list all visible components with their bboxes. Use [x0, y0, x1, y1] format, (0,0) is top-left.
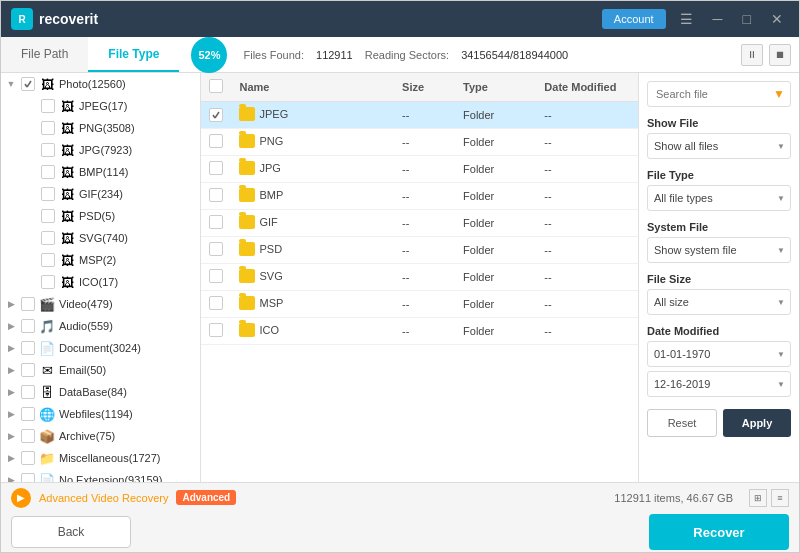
- checkbox-document[interactable]: [21, 341, 35, 355]
- pause-button[interactable]: ⏸: [741, 44, 763, 66]
- row-checkbox[interactable]: [209, 296, 223, 310]
- maximize-button[interactable]: □: [737, 9, 757, 29]
- table-row[interactable]: ICO -- Folder --: [201, 318, 638, 345]
- tree-item-msp[interactable]: 🖼 MSP(2): [1, 249, 200, 271]
- row-checkbox[interactable]: [209, 269, 223, 283]
- tree-item-jpeg[interactable]: 🖼 JPEG(17): [1, 95, 200, 117]
- table-row[interactable]: BMP -- Folder --: [201, 183, 638, 210]
- account-button[interactable]: Account: [602, 9, 666, 29]
- checkbox-no-extension[interactable]: [21, 473, 35, 482]
- file-type-label: File Type: [647, 169, 791, 181]
- tree-item-psd[interactable]: 🖼 PSD(5): [1, 205, 200, 227]
- stop-button[interactable]: ⏹: [769, 44, 791, 66]
- system-file-select[interactable]: Show system file: [647, 237, 791, 263]
- file-type-select[interactable]: All file types: [647, 185, 791, 211]
- row-date: --: [536, 183, 638, 210]
- tree-item-miscellaneous[interactable]: ▶ 📁 Miscellaneous(1727): [1, 447, 200, 469]
- tree-item-photo[interactable]: ▼ 🖼 Photo(12560): [1, 73, 200, 95]
- tree-item-no-extension[interactable]: ▶ 📄 No Extension(93159): [1, 469, 200, 482]
- checkbox-webfiles[interactable]: [21, 407, 35, 421]
- checkbox-svg[interactable]: [41, 231, 55, 245]
- checkbox-jpg[interactable]: [41, 143, 55, 157]
- tree-item-document[interactable]: ▶ 📄 Document(3024): [1, 337, 200, 359]
- th-type[interactable]: Type: [455, 73, 536, 102]
- tree-item-email[interactable]: ▶ ✉ Email(50): [1, 359, 200, 381]
- tree-item-ico[interactable]: 🖼 ICO(17): [1, 271, 200, 293]
- grid-view-icon[interactable]: ⊞: [749, 489, 767, 507]
- tree-item-bmp[interactable]: 🖼 BMP(114): [1, 161, 200, 183]
- expand-icon-psd: [25, 210, 37, 222]
- folder-icon: [239, 134, 255, 148]
- tree-item-svg[interactable]: 🖼 SVG(740): [1, 227, 200, 249]
- tree-item-video[interactable]: ▶ 🎬 Video(479): [1, 293, 200, 315]
- checkbox-jpeg[interactable]: [41, 99, 55, 113]
- checkbox-msp[interactable]: [41, 253, 55, 267]
- row-checkbox[interactable]: [209, 242, 223, 256]
- tree-item-audio[interactable]: ▶ 🎵 Audio(559): [1, 315, 200, 337]
- close-button[interactable]: ✕: [765, 9, 789, 29]
- tree-item-database[interactable]: ▶ 🗄 DataBase(84): [1, 381, 200, 403]
- checkbox-psd[interactable]: [41, 209, 55, 223]
- email-icon: ✉: [39, 362, 55, 378]
- expand-icon-video: ▶: [5, 298, 17, 310]
- expand-icon-webfiles: ▶: [5, 408, 17, 420]
- th-name[interactable]: Name: [231, 73, 394, 102]
- table-row[interactable]: GIF -- Folder --: [201, 210, 638, 237]
- show-file-select[interactable]: Show all files: [647, 133, 791, 159]
- tab-file-path[interactable]: File Path: [1, 37, 88, 72]
- minimize-button[interactable]: ─: [707, 9, 729, 29]
- checkbox-photo[interactable]: [21, 77, 35, 91]
- reading-sectors-label: Reading Sectors:: [365, 49, 449, 61]
- row-name: BMP: [231, 183, 394, 210]
- app-name: recoverit: [39, 11, 98, 27]
- tab-file-type[interactable]: File Type: [88, 37, 179, 72]
- tree-item-jpg[interactable]: 🖼 JPG(7923): [1, 139, 200, 161]
- th-date[interactable]: Date Modified: [536, 73, 638, 102]
- search-input[interactable]: [647, 81, 791, 107]
- file-size-select[interactable]: All size: [647, 289, 791, 315]
- tree-item-archive[interactable]: ▶ 📦 Archive(75): [1, 425, 200, 447]
- advanced-badge[interactable]: Advanced: [176, 490, 236, 505]
- th-size[interactable]: Size: [394, 73, 455, 102]
- checkbox-email[interactable]: [21, 363, 35, 377]
- checkbox-png[interactable]: [41, 121, 55, 135]
- table-row[interactable]: JPEG -- Folder --: [201, 102, 638, 129]
- row-checkbox[interactable]: [209, 161, 223, 175]
- row-checkbox[interactable]: [209, 215, 223, 229]
- table-row[interactable]: JPG -- Folder --: [201, 156, 638, 183]
- tree-item-ico-label: ICO(17): [79, 276, 118, 288]
- back-button[interactable]: Back: [11, 516, 131, 548]
- tree-item-webfiles[interactable]: ▶ 🌐 Webfiles(1194): [1, 403, 200, 425]
- tree-item-msp-label: MSP(2): [79, 254, 116, 266]
- hamburger-button[interactable]: ☰: [674, 9, 699, 29]
- title-controls: Account ☰ ─ □ ✕: [602, 9, 789, 29]
- checkbox-gif[interactable]: [41, 187, 55, 201]
- checkbox-video[interactable]: [21, 297, 35, 311]
- row-checkbox[interactable]: [209, 108, 223, 122]
- recover-button[interactable]: Recover: [649, 514, 789, 550]
- tree-item-png[interactable]: 🖼 PNG(3508): [1, 117, 200, 139]
- row-checkbox[interactable]: [209, 323, 223, 337]
- table-row[interactable]: SVG -- Folder --: [201, 264, 638, 291]
- checkbox-audio[interactable]: [21, 319, 35, 333]
- checkbox-miscellaneous[interactable]: [21, 451, 35, 465]
- date-to-select[interactable]: 12-16-2019: [647, 371, 791, 397]
- table-row[interactable]: PSD -- Folder --: [201, 237, 638, 264]
- apply-button[interactable]: Apply: [723, 409, 791, 437]
- list-view-icon[interactable]: ≡: [771, 489, 789, 507]
- reset-button[interactable]: Reset: [647, 409, 717, 437]
- checkbox-archive[interactable]: [21, 429, 35, 443]
- row-name: ICO: [231, 318, 394, 345]
- select-all-checkbox[interactable]: [209, 79, 223, 93]
- date-from-select[interactable]: 01-01-1970: [647, 341, 791, 367]
- row-date: --: [536, 318, 638, 345]
- table-row[interactable]: PNG -- Folder --: [201, 129, 638, 156]
- checkbox-bmp[interactable]: [41, 165, 55, 179]
- table-row[interactable]: MSP -- Folder --: [201, 291, 638, 318]
- checkbox-database[interactable]: [21, 385, 35, 399]
- row-checkbox[interactable]: [209, 134, 223, 148]
- bmp-icon: 🖼: [59, 164, 75, 180]
- checkbox-ico[interactable]: [41, 275, 55, 289]
- tree-item-gif[interactable]: 🖼 GIF(234): [1, 183, 200, 205]
- row-checkbox[interactable]: [209, 188, 223, 202]
